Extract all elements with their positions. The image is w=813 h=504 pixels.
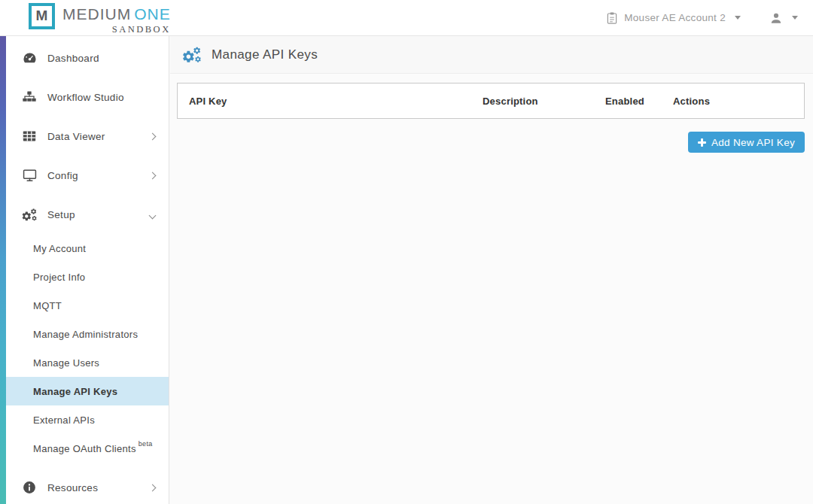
caret-down-icon	[735, 16, 741, 20]
api-keys-table: API Key Description Enabled Actions	[177, 83, 805, 119]
sidebar-item-dashboard[interactable]: Dashboard	[0, 38, 169, 77]
user-menu-dropdown[interactable]	[769, 11, 798, 25]
sitemap-icon	[21, 90, 38, 105]
subitem-label: Project Info	[33, 272, 85, 283]
column-header-api-key: API Key	[189, 96, 483, 107]
beta-badge: beta	[139, 440, 153, 448]
plus-icon	[698, 138, 706, 147]
setup-submenu: My Account Project Info MQTT Manage Admi…	[0, 234, 169, 463]
chevron-right-icon	[149, 484, 157, 491]
caret-down-icon	[792, 16, 798, 20]
page-title: Manage API Keys	[212, 47, 318, 62]
sidebar-item-label: Data Viewer	[47, 131, 105, 142]
main-content: Manage API Keys API Key Description Enab…	[170, 36, 813, 504]
sidebar-item-setup[interactable]: Setup	[0, 195, 169, 234]
sidebar-subitem-project-info[interactable]: Project Info	[0, 263, 169, 291]
sidebar-item-config[interactable]: Config	[0, 156, 169, 195]
sidebar-subitem-my-account[interactable]: My Account	[0, 234, 169, 263]
info-icon	[21, 480, 38, 495]
subitem-label: Manage API Keys	[33, 386, 117, 397]
sidebar-item-resources[interactable]: Resources	[0, 468, 169, 504]
subitem-label: MQTT	[33, 300, 62, 311]
sidebar-item-label: Resources	[47, 482, 98, 493]
column-header-enabled: Enabled	[605, 96, 673, 107]
brand-name: MEDIUM	[62, 5, 131, 23]
sidebar-subitem-manage-api-keys[interactable]: Manage API Keys	[6, 377, 169, 405]
gears-icon	[21, 207, 38, 223]
sidebar: Dashboard Workflow Studio	[0, 36, 169, 504]
table-icon	[21, 129, 38, 143]
top-bar: M MEDIUMONE SANDBOX Mouser AE Account 2	[0, 0, 813, 36]
add-button-label: Add New API Key	[711, 137, 795, 148]
account-name-label: Mouser AE Account 2	[624, 12, 726, 23]
monitor-icon	[21, 168, 38, 183]
brand-subtitle: SANDBOX	[112, 24, 171, 35]
sidebar-item-label: Dashboard	[47, 53, 99, 64]
chevron-right-icon	[149, 132, 157, 140]
brand-name-accent: ONE	[134, 5, 171, 23]
subitem-label: My Account	[33, 243, 86, 254]
sidebar-subitem-manage-users[interactable]: Manage Users	[0, 348, 169, 377]
sidebar-subitem-mqtt[interactable]: MQTT	[0, 291, 169, 320]
subitem-label: Manage Users	[33, 357, 99, 369]
chevron-right-icon	[149, 172, 157, 179]
clipboard-icon	[606, 11, 618, 25]
sidebar-subitem-manage-administrators[interactable]: Manage Administrators	[0, 320, 169, 348]
logo-mark-icon: M	[29, 3, 55, 29]
subitem-label: Manage OAuth Clients	[33, 443, 136, 454]
table-header-row: API Key Description Enabled Actions	[178, 83, 804, 118]
user-icon	[769, 11, 783, 25]
sidebar-item-data-viewer[interactable]: Data Viewer	[0, 117, 169, 156]
sidebar-item-label: Setup	[47, 209, 75, 220]
page-header: Manage API Keys	[170, 36, 813, 74]
column-header-actions: Actions	[673, 96, 804, 107]
subitem-label: External APIs	[33, 414, 95, 426]
sidebar-item-workflow-studio[interactable]: Workflow Studio	[0, 77, 169, 117]
column-header-description: Description	[483, 96, 605, 107]
gears-icon	[181, 46, 202, 64]
sidebar-subitem-external-apis[interactable]: External APIs	[0, 405, 169, 434]
add-new-api-key-button[interactable]: Add New API Key	[688, 132, 805, 153]
sidebar-item-label: Workflow Studio	[47, 92, 124, 103]
app-logo[interactable]: M MEDIUMONE SANDBOX	[29, 1, 171, 35]
subitem-label: Manage Administrators	[33, 329, 138, 340]
logo-text: MEDIUMONE SANDBOX	[62, 1, 171, 35]
sidebar-subitem-manage-oauth-clients[interactable]: Manage OAuth Clients beta	[0, 434, 169, 463]
sidebar-item-label: Config	[47, 170, 78, 181]
account-switcher-dropdown[interactable]: Mouser AE Account 2	[606, 11, 741, 25]
chevron-down-icon	[149, 212, 157, 220]
dashboard-icon	[21, 50, 38, 66]
